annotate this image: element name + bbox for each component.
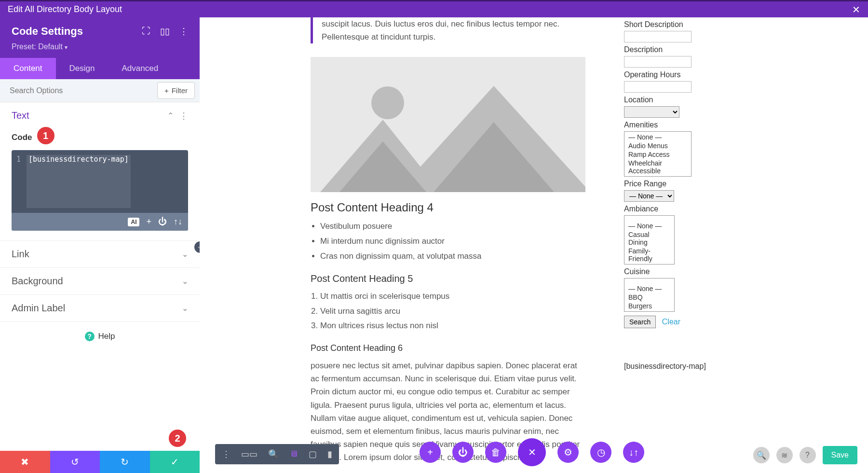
shortcode-output: [businessdirectory-map] xyxy=(624,362,773,371)
save-button[interactable]: Save xyxy=(823,446,857,464)
ordered-list: Ut mattis orci in scelerisque tempus Vel… xyxy=(320,289,585,334)
line-number: 1 xyxy=(16,155,21,208)
heading-4: Post Content Heading 4 xyxy=(311,201,585,214)
clear-link[interactable]: Clear xyxy=(662,318,680,326)
svg-point-1 xyxy=(371,86,404,119)
tab-design[interactable]: Design xyxy=(56,58,108,79)
label-cuisine: Cuisine xyxy=(624,267,773,276)
close-icon[interactable]: ✕ xyxy=(852,4,860,15)
list-item: Velit urna sagittis arcu xyxy=(320,304,585,319)
search-button[interactable]: Search xyxy=(624,316,656,328)
blockquote: suscipit lacus. Duis luctus eros dui, ne… xyxy=(311,17,585,43)
view-toolbar: ⋮ ▭▭ 🔍 🖥 ▢ ▮ xyxy=(215,444,339,464)
list-item: Mon ultrices risus lectus non nisl xyxy=(320,319,585,334)
topbar-title: Edit All Directory Body Layout xyxy=(8,4,122,14)
annotation-marker-2: 2 xyxy=(169,430,186,447)
sort-button[interactable]: ↓↑ xyxy=(623,442,644,463)
section-admin-label-head[interactable]: Admin Label ⌄ xyxy=(0,295,200,321)
help-link[interactable]: ? Help xyxy=(0,322,200,351)
code-editor[interactable]: 1 [businessdirectory-map] AI + ⏻ ↑↓ xyxy=(12,150,188,231)
section-background: Background ⌄ xyxy=(0,268,200,295)
confirm-button[interactable]: ✓ 2 xyxy=(150,451,200,473)
section-link-head[interactable]: Link ⌄ xyxy=(0,241,200,267)
code-content[interactable]: [businessdirectory-map] xyxy=(27,155,131,208)
label-ambiance: Ambiance xyxy=(624,205,773,213)
settings-tabs: Content Design Advanced xyxy=(0,58,200,79)
help-icon[interactable]: ? xyxy=(800,447,816,463)
wireframe-icon[interactable]: ▭▭ xyxy=(241,449,258,459)
add-button[interactable]: + xyxy=(420,442,441,463)
list-item: Mi interdum nunc dignissim auctor xyxy=(320,234,585,249)
code-toolbar: AI + ⏻ ↑↓ xyxy=(12,213,188,231)
kebab-icon[interactable]: ⋮ xyxy=(179,26,188,37)
location-select[interactable] xyxy=(624,106,679,118)
unordered-list: Vestibulum posuere Mi interdum nunc dign… xyxy=(320,219,585,264)
desktop-icon[interactable]: 🖥 xyxy=(289,449,298,459)
redo-button[interactable]: ↻ xyxy=(100,451,150,473)
chevron-down-icon: ⌄ xyxy=(182,304,188,313)
ambiance-listbox[interactable]: — None — Casual Dining Family-Friendly xyxy=(624,215,675,264)
code-label: Code 1 xyxy=(12,129,188,146)
ai-icon[interactable]: AI xyxy=(128,218,139,226)
price-select[interactable]: — None — xyxy=(624,190,674,202)
chevron-down-icon: ⌄ xyxy=(182,277,188,286)
hours-input[interactable] xyxy=(624,81,692,93)
short-desc-input[interactable] xyxy=(624,31,692,42)
kebab-icon[interactable]: ⋮ xyxy=(222,449,231,459)
annotation-marker-1: 1 xyxy=(37,127,54,144)
chevron-down-icon: ⌄ xyxy=(182,250,188,259)
section-admin-label: Admin Label ⌄ xyxy=(0,295,200,322)
zoom-icon[interactable]: 🔍 xyxy=(268,449,279,459)
amenities-listbox[interactable]: — None — Audio Menus Ramp Access Wheelch… xyxy=(624,131,692,177)
plus-icon: + xyxy=(164,86,169,95)
panel-title: Code Settings xyxy=(12,25,83,38)
search-input[interactable] xyxy=(0,80,152,102)
section-text-head[interactable]: Text ⌃ ⋮ xyxy=(0,102,200,129)
undo-button[interactable]: ↺ xyxy=(50,451,100,473)
trash-button[interactable]: 🗑 xyxy=(485,442,506,463)
post-preview: suscipit lacus. Duis luctus eros dui, ne… xyxy=(311,17,585,464)
label-hours: Operating Hours xyxy=(624,70,773,79)
kebab-icon[interactable]: ⋮ xyxy=(179,111,188,121)
preset-selector[interactable]: Preset: Default▾ xyxy=(0,42,200,58)
filter-button[interactable]: + Filter xyxy=(157,82,195,99)
help-icon: ? xyxy=(85,332,95,341)
description-input[interactable] xyxy=(624,56,692,68)
columns-icon[interactable]: ▯▯ xyxy=(160,26,170,37)
cancel-button[interactable]: ✖ xyxy=(0,451,50,473)
close-builder-button[interactable]: ✕ xyxy=(518,438,546,466)
sort-icon[interactable]: ↑↓ xyxy=(174,217,182,227)
label-price: Price Range xyxy=(624,180,773,188)
settings-button[interactable]: ⚙ xyxy=(557,442,579,463)
label-amenities: Amenities xyxy=(624,121,773,129)
search-row: + Filter xyxy=(0,79,200,102)
list-item: Cras non dignissim quam, at volutpat mas… xyxy=(320,249,585,264)
tab-content[interactable]: Content xyxy=(0,58,56,79)
expand-icon[interactable]: ⛶ xyxy=(142,26,150,37)
chevron-down-icon: ▾ xyxy=(65,44,68,51)
cuisine-listbox[interactable]: — None — BBQ Burgers xyxy=(624,278,675,312)
bottom-actions: ✖ ↺ ↻ ✓ 2 xyxy=(0,451,200,473)
section-background-head[interactable]: Background ⌄ xyxy=(0,268,200,294)
right-toolbar: 🔍 ≋ ? Save xyxy=(753,446,857,464)
label-description: Description xyxy=(624,45,773,54)
section-text: Text ⌃ ⋮ Code 1 1 [businessdirectory-map… xyxy=(0,102,200,241)
tab-advanced[interactable]: Advanced xyxy=(108,58,172,79)
layers-icon[interactable]: ≋ xyxy=(776,447,793,463)
heading-5: Post Content Heading 5 xyxy=(311,273,585,284)
sidebar-header: Code Settings ⛶ ▯▯ ⋮ xyxy=(0,17,200,42)
mobile-icon[interactable]: ▮ xyxy=(327,449,332,459)
topbar: Edit All Directory Body Layout ✕ xyxy=(0,0,868,17)
main-canvas: suscipit lacus. Duis luctus eros dui, ne… xyxy=(200,17,868,473)
list-item: Vestibulum posuere xyxy=(320,219,585,234)
search-icon[interactable]: 🔍 xyxy=(753,447,770,463)
power-button[interactable]: ⏻ xyxy=(452,442,474,463)
search-form: Short Description Description Operating … xyxy=(624,17,773,464)
list-item: Ut mattis orci in scelerisque tempus xyxy=(320,289,585,304)
power-icon[interactable]: ⏻ xyxy=(158,217,167,227)
history-button[interactable]: ◷ xyxy=(590,442,611,463)
plus-icon[interactable]: + xyxy=(146,217,151,227)
image-placeholder xyxy=(311,57,585,192)
tablet-icon[interactable]: ▢ xyxy=(309,449,317,459)
settings-sidebar: Code Settings ⛶ ▯▯ ⋮ Preset: Default▾ Co… xyxy=(0,17,200,473)
